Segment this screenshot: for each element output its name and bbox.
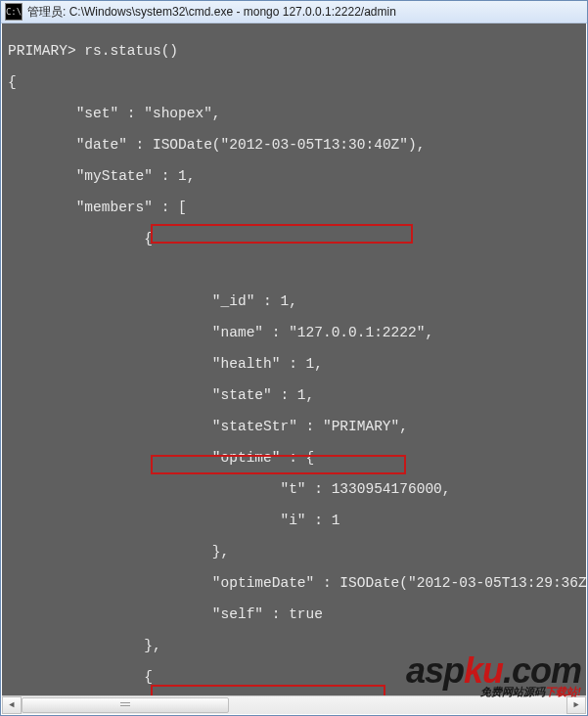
titlebar[interactable]: C:\ 管理员: C:\Windows\system32\cmd.exe - m… bbox=[1, 1, 587, 23]
scroll-right-button[interactable]: ► bbox=[566, 696, 586, 714]
cmd-icon: C:\ bbox=[5, 3, 23, 21]
m1-self: "self" : true bbox=[8, 606, 580, 622]
m1-optimedate: "optimeDate" : ISODate("2012-03-05T13:29… bbox=[8, 575, 580, 591]
kv-members: "members" : [ bbox=[8, 200, 580, 215]
m1-name: "name" : "127.0.0.1:2222", bbox=[8, 325, 580, 340]
prompt-line: PRIMARY> rs.status() bbox=[8, 43, 580, 59]
m1-id: "_id" : 1, bbox=[8, 293, 580, 309]
terminal[interactable]: PRIMARY> rs.status() { "set" : "shopex",… bbox=[2, 23, 586, 695]
m1-health: "health" : 1, bbox=[8, 356, 580, 372]
kv-date: "date" : ISODate("2012-03-05T13:30:40Z")… bbox=[8, 137, 580, 153]
terminal-output: PRIMARY> rs.status() { "set" : "shopex",… bbox=[2, 23, 586, 695]
m1-state: "state" : 1, bbox=[8, 387, 580, 403]
m1-optime-open: "optime" : { bbox=[8, 450, 580, 466]
m1-optime-i: "i" : 1 bbox=[8, 513, 580, 528]
window-title: 管理员: C:\Windows\system32\cmd.exe - mongo… bbox=[27, 4, 396, 21]
member-open-2: { bbox=[8, 669, 580, 685]
kv-mystate: "myState" : 1, bbox=[8, 168, 580, 184]
member-open-1: { bbox=[8, 231, 580, 246]
brace-open: { bbox=[8, 74, 580, 90]
horizontal-scrollbar[interactable]: ◄ ► bbox=[2, 695, 586, 714]
m1-optime-close: }, bbox=[8, 544, 580, 559]
app-window: C:\ 管理员: C:\Windows\system32\cmd.exe - m… bbox=[0, 0, 588, 716]
scroll-left-button[interactable]: ◄ bbox=[2, 696, 22, 714]
member-close-1: }, bbox=[8, 638, 580, 653]
m1-statestr: "stateStr" : "PRIMARY", bbox=[8, 419, 580, 434]
m1-optime-t: "t" : 1330954176000, bbox=[8, 481, 580, 497]
scroll-thumb[interactable] bbox=[22, 697, 229, 713]
scroll-track[interactable] bbox=[22, 696, 566, 714]
kv-set: "set" : "shopex", bbox=[8, 106, 580, 121]
